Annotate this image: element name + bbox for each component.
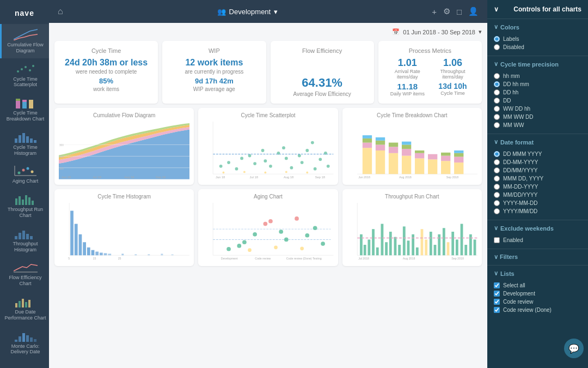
svg-point-76	[327, 165, 330, 168]
cycle-time-card: Cycle Time 24d 20h 38m or less were need…	[54, 41, 158, 104]
svg-text:Code review (Done): Code review (Done)	[286, 257, 312, 260]
process-metrics-grid: 1.01 Arrival Rate items/day 1.06 Through…	[386, 57, 474, 96]
list-development[interactable]: Development	[494, 289, 581, 298]
chat-icon: 💬	[568, 343, 579, 354]
sidebar-item-throughput-run[interactable]: Throughput Run Chart	[0, 189, 49, 223]
filters-header[interactable]: ∨ Filters	[487, 249, 588, 265]
svg-rect-38	[15, 340, 17, 342]
svg-point-79	[243, 171, 246, 173]
df-yyyymmdd2[interactable]: YYYY/MM/DD	[494, 207, 581, 215]
wip-main: 12 work items	[170, 57, 258, 68]
df-yyyymmdd1[interactable]: YYYY-MM-DD	[494, 199, 581, 207]
svg-rect-173	[403, 226, 406, 255]
svg-point-70	[301, 161, 304, 164]
svg-text:Sep 2018: Sep 2018	[446, 176, 458, 179]
date-format-options: DD MMM YYYY DD-MM-YYYY DD/MM/YYYY MMM DD…	[487, 148, 588, 220]
sidebar-item-due-date[interactable]: Due Date Performance Chart	[0, 291, 49, 325]
sidebar-item-throughput-hist[interactable]: Throughput Histogram	[0, 223, 49, 257]
workspace-name: Development	[229, 8, 271, 16]
list-code-review[interactable]: Code review	[494, 298, 581, 306]
df-mmddyyyy2[interactable]: MM/DD/YYYY	[494, 191, 581, 199]
filters-chevron: ∨	[494, 254, 498, 260]
svg-point-143	[237, 244, 242, 248]
svg-point-2	[24, 66, 27, 68]
wip-avg-age: 9d 17h 42m	[170, 77, 258, 85]
sidebar-label-scatter: Cycle Time Scatterplot	[4, 76, 47, 88]
sidebar-item-breakdown[interactable]: Cycle Time Breakdown Chart	[0, 92, 49, 126]
precision-wwddhh[interactable]: WW DD hh	[494, 105, 581, 113]
list-select-all[interactable]: Select all	[494, 281, 581, 289]
precision-mmww[interactable]: MM WW	[494, 121, 581, 129]
sidebar-item-flow-eff[interactable]: Flow Efficiency Chart	[0, 257, 49, 291]
df-mmddyyyy1[interactable]: MM-DD-YYYY	[494, 183, 581, 191]
df-ddmmyyyy2[interactable]: DD/MM/YYYY	[494, 166, 581, 174]
aging-chart-card[interactable]: Aging Chart	[198, 189, 338, 266]
svg-rect-91	[362, 135, 371, 138]
histogram-chart-area: 5 15 25	[59, 202, 189, 262]
scatter-chart-card[interactable]: Cycle Time Scatterplot	[198, 108, 338, 185]
date-bar[interactable]: 📅 01 Jun 2018 - 30 Sep 2018 ▾	[54, 28, 482, 35]
settings-icon[interactable]: ⚙	[443, 7, 450, 16]
df-ddmmyyyy1[interactable]: DD-MM-YYYY	[494, 158, 581, 166]
lists-title[interactable]: ∨ Lists	[487, 266, 588, 279]
svg-rect-26	[28, 197, 30, 205]
precision-ddhhmm[interactable]: DD hh mm	[494, 80, 581, 88]
svg-rect-111	[454, 162, 463, 174]
cfd-chart-card[interactable]: Cumulative Flow Diagram	[54, 108, 194, 185]
weekends-options: Enabled	[487, 234, 588, 249]
svg-rect-31	[26, 234, 29, 239]
df-ddmmmyyyy[interactable]: DD MMM YYYY	[494, 150, 581, 158]
weekends-title[interactable]: ∨ Exclude weekends	[487, 220, 588, 234]
colors-disabled-option[interactable]: Disabled	[494, 43, 581, 51]
histogram-chart-card[interactable]: Cycle Time Histogram	[54, 189, 194, 266]
weekends-enabled[interactable]: Enabled	[494, 236, 581, 244]
svg-rect-15	[34, 140, 36, 143]
svg-rect-95	[376, 137, 385, 141]
main-content: ⌂ 👥 Development ▾ + ⚙ □ 👤 📅 01 Jun 2018 …	[49, 0, 487, 368]
svg-text:Testing: Testing	[313, 257, 322, 260]
svg-rect-32	[30, 236, 33, 239]
colors-labels-option[interactable]: Labels	[494, 35, 581, 43]
sidebar-item-scatter[interactable]: Cycle Time Scatterplot	[0, 58, 49, 93]
cycle-precision-title[interactable]: ∨ Cycle time precision	[487, 56, 588, 70]
svg-point-155	[274, 245, 278, 249]
svg-point-150	[295, 216, 299, 221]
avatar[interactable]: 👤	[468, 7, 479, 16]
chat-button[interactable]: 💬	[564, 339, 584, 358]
svg-rect-132	[148, 254, 150, 255]
date-format-title[interactable]: ∨ Date format	[487, 134, 588, 148]
throughput-chart-area: Jul 2018 Aug 2018 Sep 2018	[347, 202, 477, 262]
breakdown-chart-card[interactable]: Cycle Time Breakdown Chart	[342, 108, 482, 185]
date-range: 01 Jun 2018 - 30 Sep 2018	[403, 29, 475, 35]
svg-rect-134	[171, 254, 174, 255]
aging-chart-area: Development Code review Code review (Don…	[203, 202, 333, 262]
dateformat-chevron: ∨	[494, 138, 498, 146]
throughput-chart-card[interactable]: Throughput Run Chart	[342, 189, 482, 266]
svg-rect-180	[433, 245, 436, 255]
cycle-time-percent: 85%	[62, 77, 150, 85]
home-icon[interactable]: ⌂	[58, 7, 63, 16]
precision-dd[interactable]: DD	[494, 96, 581, 105]
display-icon[interactable]: □	[457, 7, 462, 16]
precision-hhmm[interactable]: hh mm	[494, 72, 581, 80]
svg-rect-23	[19, 196, 21, 205]
precision-ddhh[interactable]: DD hh	[494, 88, 581, 96]
flow-efficiency-sub: Average Flow Efficiency	[278, 91, 366, 97]
colors-section-title[interactable]: ∨ Colors	[487, 19, 588, 33]
sidebar-item-monte-carlo[interactable]: Monte Carlo: Delivery Date	[0, 325, 49, 360]
svg-rect-112	[454, 157, 463, 163]
sidebar-item-cfd[interactable]: Cumulative Flow Diagram	[0, 24, 49, 58]
workspace-selector[interactable]: 👥 Development ▾	[217, 8, 278, 16]
sidebar-item-histogram[interactable]: Cycle Time Histogram	[0, 126, 49, 161]
filters-title: Filters	[500, 254, 518, 260]
precision-mmwwdd[interactable]: MM WW DD	[494, 113, 581, 121]
sidebar-item-aging[interactable]: Aging Chart	[0, 160, 49, 189]
df-mmmddyyyy[interactable]: MMM DD, YYYY	[494, 174, 581, 183]
list-code-review-done[interactable]: Code review (Done)	[494, 306, 581, 314]
svg-rect-120	[70, 211, 74, 256]
svg-text:200: 200	[59, 155, 64, 158]
svg-text:Sep 18: Sep 18	[156, 176, 166, 179]
add-icon[interactable]: +	[432, 7, 437, 16]
svg-point-66	[282, 146, 285, 149]
svg-rect-179	[430, 232, 432, 255]
